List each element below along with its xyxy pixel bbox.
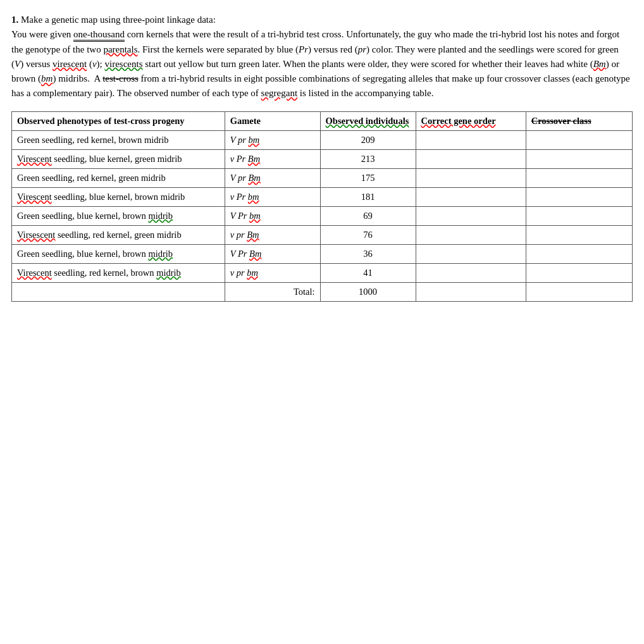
header-crossover: Crossover class — [526, 111, 632, 130]
phenotype-cell: Virescent seedling, blue kernel, green m… — [12, 149, 225, 168]
phenotype-cell: Virescent seedling, red kernel, brown mi… — [12, 263, 225, 282]
problem-title: Make a genetic map using three-point lin… — [21, 15, 216, 25]
header-observed: Observed individuals — [320, 111, 416, 130]
gene-order-cell — [416, 149, 526, 168]
table-row: Virescent seedling, blue kernel, green m… — [12, 149, 633, 168]
phenotype-cell: Green seedling, blue kernel, brown midri… — [12, 206, 225, 225]
gene-order-cell — [416, 263, 526, 282]
crossover-cell — [526, 206, 632, 225]
header-gene-order: Correct gene order — [416, 111, 526, 130]
crossover-cell — [526, 187, 632, 206]
header-phenotype: Observed phenotypes of test-cross progen… — [12, 111, 225, 130]
observed-cell: 175 — [320, 168, 416, 187]
bm-italic: bm — [41, 73, 53, 84]
total-empty-phenotype — [12, 282, 225, 301]
gamete-cell: V Pr Bm — [225, 244, 320, 263]
test-cross-text: test-cross — [102, 73, 139, 84]
one-thousand-text: one-thousand — [73, 29, 125, 42]
header-gamete: Gamete — [225, 111, 320, 130]
phenotype-cell: Green seedling, blue kernel, brown midri… — [12, 244, 225, 263]
virescent-text: virescent — [53, 59, 87, 69]
observed-cell: 36 — [320, 244, 416, 263]
parentals-text: parentals — [103, 44, 137, 54]
gene-order-cell — [416, 130, 526, 149]
crossover-cell — [526, 168, 632, 187]
gamete-cell: V pr Bm — [225, 168, 320, 187]
observed-header-text: Observed individuals — [326, 116, 409, 126]
table-row: Green seedling, red kernel, brown midrib… — [12, 130, 633, 149]
gene-order-header-text: Correct gene order — [421, 116, 496, 126]
intro-section: 1. Make a genetic map using three-point … — [11, 13, 633, 101]
intro-paragraph: You were given one-thousand corn kernels… — [11, 27, 633, 101]
observed-cell: 209 — [320, 130, 416, 149]
crossover-header-text: Crossover class — [531, 116, 591, 126]
total-crossover-cell — [526, 282, 632, 301]
total-row: Total: 1000 — [12, 282, 633, 301]
data-table: Observed phenotypes of test-cross progen… — [11, 111, 633, 302]
observed-cell: 69 — [320, 206, 416, 225]
gene-order-cell — [416, 206, 526, 225]
table-row: Green seedling, red kernel, green midrib… — [12, 168, 633, 187]
gene-order-cell — [416, 225, 526, 244]
problem-number: 1. — [11, 15, 18, 25]
observed-cell: 213 — [320, 149, 416, 168]
table-row: Virescent seedling, blue kernel, brown m… — [12, 187, 633, 206]
gamete-cell: V Pr bm — [225, 206, 320, 225]
gene-order-cell — [416, 187, 526, 206]
crossover-cell — [526, 149, 632, 168]
phenotype-cell: Green seedling, red kernel, brown midrib — [12, 130, 225, 149]
crossover-cell — [526, 244, 632, 263]
observed-cell: 41 — [320, 263, 416, 282]
phenotype-cell: Virescent seedling, blue kernel, brown m… — [12, 187, 225, 206]
gamete-cell: V pr bm — [225, 130, 320, 149]
crossover-cell — [526, 225, 632, 244]
crossover-cell — [526, 263, 632, 282]
phenotype-cell: Green seedling, red kernel, green midrib — [12, 168, 225, 187]
total-value-cell: 1000 — [320, 282, 416, 301]
table-row: Virsescent seedling, red kernel, green m… — [12, 225, 633, 244]
gamete-cell: v pr Bm — [225, 225, 320, 244]
observed-cell: 76 — [320, 225, 416, 244]
crossover-cell — [526, 130, 632, 149]
virescents-text: virescents — [104, 59, 142, 69]
gamete-cell: v Pr bm — [225, 187, 320, 206]
table-row: Green seedling, blue kernel, brown midri… — [12, 206, 633, 225]
phenotype-cell: Virsescent seedling, red kernel, green m… — [12, 225, 225, 244]
total-gene-order-cell — [416, 282, 526, 301]
Bm-italic: Bm — [593, 59, 606, 69]
segregant-text: segregant — [261, 88, 297, 98]
gene-order-cell — [416, 168, 526, 187]
gene-order-cell — [416, 244, 526, 263]
table-row: Virescent seedling, red kernel, brown mi… — [12, 263, 633, 282]
observed-cell: 181 — [320, 187, 416, 206]
table-row: Green seedling, blue kernel, brown midri… — [12, 244, 633, 263]
gamete-cell: v Pr Bm — [225, 149, 320, 168]
total-label-cell: Total: — [225, 282, 320, 301]
gamete-cell: v pr bm — [225, 263, 320, 282]
